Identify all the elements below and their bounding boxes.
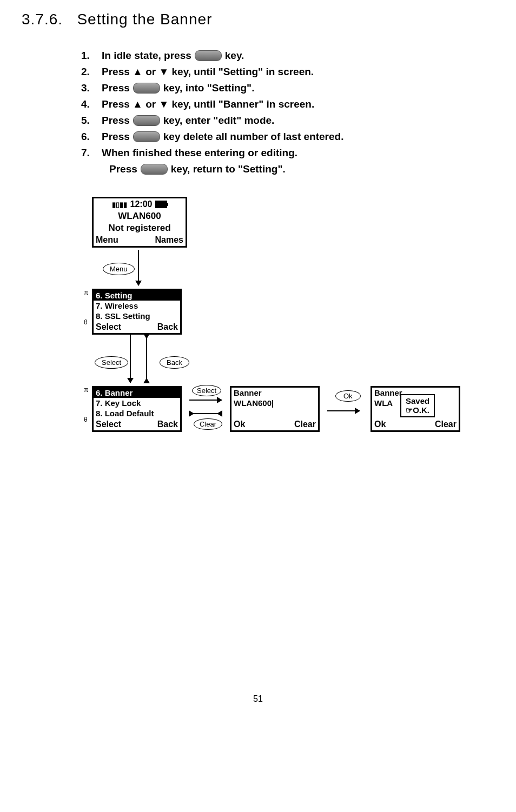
- section-heading: 3.7.6. Setting the Banner: [22, 11, 494, 28]
- softkey-clear[interactable]: Clear: [294, 420, 316, 429]
- popup-ok-label: ☞O.K.: [406, 405, 429, 415]
- instruction-1: 1. In idle state, press key.: [81, 50, 494, 62]
- instruction-7-cont: Press key, return to "Setting".: [109, 163, 494, 175]
- menu-item-banner[interactable]: 6. Banner: [94, 388, 180, 398]
- settings-menu-screen: 6. Setting 7. Wireless 8. SSL Setting Se…: [92, 289, 182, 335]
- idle-screen: ▮▯▮▮ 12:00 WLAN600 Not registered Menu N…: [92, 197, 187, 248]
- instruction-7: 7. When finished these entering or editi…: [81, 147, 494, 159]
- menu-button-label: Menu: [103, 263, 135, 275]
- menu-item-wireless[interactable]: 7. Wireless: [94, 301, 180, 311]
- edit-title: Banner: [231, 388, 318, 398]
- menu-item-loaddefault[interactable]: 8. Load Default: [94, 408, 180, 418]
- instruction-3: 3. Press key, into "Setting".: [81, 82, 494, 94]
- popup-saved-label: Saved: [406, 396, 429, 405]
- instruction-6: 6. Press key delete all number of last e…: [81, 131, 494, 143]
- ok-key-icon: [133, 131, 160, 142]
- edit-value[interactable]: WLAN600|: [231, 398, 318, 408]
- time-label: 12:00: [130, 199, 153, 209]
- scroll-up-marker: π: [84, 386, 88, 394]
- select-button-label: Select: [192, 385, 221, 396]
- ok-key-icon: [195, 50, 222, 61]
- instruction-4: 4. Press ▲ or ▼ key, until "Banner" in s…: [81, 98, 494, 110]
- back-button-label: Back: [160, 356, 189, 369]
- ok-button-label: Ok: [335, 390, 361, 402]
- scroll-down-marker: θ: [84, 416, 88, 423]
- softkey-back[interactable]: Back: [157, 420, 178, 429]
- menu-item-keylock[interactable]: 7. Key Lock: [94, 398, 180, 408]
- softkey-names[interactable]: Names: [155, 235, 183, 245]
- softkey-back[interactable]: Back: [157, 322, 178, 332]
- ok-key-icon: [133, 115, 160, 126]
- saved-popup: Saved ☞O.K.: [400, 394, 435, 417]
- battery-icon: [155, 201, 167, 208]
- softkey-menu[interactable]: Menu: [96, 235, 118, 245]
- signal-icon: ▮▯▮▮: [112, 201, 127, 209]
- scroll-up-marker: π: [84, 289, 88, 296]
- status-label: Not registered: [94, 222, 186, 234]
- ok-key-icon: [141, 164, 168, 175]
- banner-edit-screen: Banner WLAN600| Ok Clear: [230, 386, 320, 432]
- softkey-clear[interactable]: Clear: [435, 420, 457, 429]
- banner-label: WLAN600: [94, 210, 186, 222]
- menu-item-ssl[interactable]: 8. SSL Setting: [94, 311, 180, 321]
- softkey-select[interactable]: Select: [96, 322, 121, 332]
- banner-menu-screen: 6. Banner 7. Key Lock 8. Load Default Se…: [92, 386, 182, 432]
- scroll-down-marker: θ: [84, 318, 88, 326]
- softkey-select[interactable]: Select: [96, 420, 121, 429]
- menu-item-setting[interactable]: 6. Setting: [94, 290, 180, 301]
- ok-key-icon: [133, 83, 160, 94]
- clear-button-label: Clear: [194, 418, 222, 430]
- instruction-5: 5. Press key, enter "edit" mode.: [81, 115, 494, 127]
- select-button-label: Select: [95, 356, 128, 369]
- page-number: 51: [22, 694, 494, 704]
- softkey-ok[interactable]: Ok: [374, 420, 386, 429]
- instruction-2: 2. Press ▲ or ▼ key, until "Setting" in …: [81, 66, 494, 78]
- softkey-ok[interactable]: Ok: [234, 420, 245, 429]
- instructions-list: 1. In idle state, press key. 2. Press ▲ …: [81, 50, 494, 175]
- flow-diagram: ▮▯▮▮ 12:00 WLAN600 Not registered Menu N…: [81, 197, 494, 478]
